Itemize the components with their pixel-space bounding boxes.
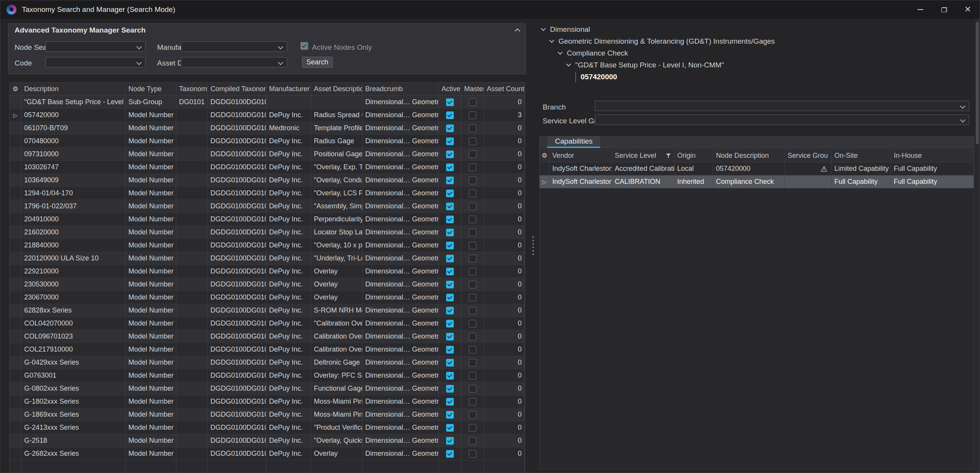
master-checkbox[interactable]: [469, 450, 476, 458]
master-checkbox[interactable]: [469, 372, 476, 380]
service-level-group-combobox[interactable]: [595, 115, 969, 125]
chevron-down-icon[interactable]: [549, 38, 554, 43]
table-row[interactable]: 62828xx SeriesModel NumberDGDG0100DG0101…: [10, 304, 525, 317]
column-header[interactable]: Breadcrumb: [363, 83, 439, 95]
active-checkbox[interactable]: [446, 281, 454, 288]
table-row[interactable]: 230670000Model NumberDGDG0100DG0101DePuy…: [10, 291, 525, 304]
column-header[interactable]: Node Type: [126, 83, 176, 95]
master-checkbox[interactable]: [469, 242, 476, 249]
active-checkbox[interactable]: [446, 164, 454, 171]
column-header[interactable]: In-House: [891, 149, 974, 162]
active-checkbox[interactable]: [446, 111, 454, 119]
chevron-down-icon[interactable]: [558, 50, 563, 55]
collapse-chevron-icon[interactable]: [515, 28, 520, 34]
table-row[interactable]: COL217910000Model NumberDGDG0100DG0101De…: [10, 343, 525, 356]
master-checkbox[interactable]: [469, 203, 476, 210]
table-row[interactable]: 216020000Model NumberDGDG0100DG0101DePuy…: [10, 226, 525, 239]
column-header[interactable]: Asset Count: [484, 83, 525, 95]
table-row[interactable]: 103649009Model NumberDGDG0100DG0101DePuy…: [10, 174, 525, 187]
active-checkbox[interactable]: [446, 255, 454, 262]
column-header[interactable]: Taxonomy: [176, 83, 208, 95]
table-row[interactable]: 061070-B/T09Model NumberDGDG0100DG0101Me…: [10, 122, 525, 135]
active-checkbox[interactable]: [446, 346, 454, 354]
node-search-combobox[interactable]: [46, 41, 146, 52]
tree-node[interactable]: "GD&T Base Setup Price - Level I, Non-CM…: [539, 59, 970, 71]
tree-node[interactable]: Dimensional: [539, 23, 970, 35]
asset-desc-combobox[interactable]: [181, 57, 287, 67]
capability-row[interactable]: ▷IndySoft CharlestonCALIBRATIONInherited…: [540, 175, 974, 188]
chevron-down-icon[interactable]: [566, 62, 571, 67]
restore-button[interactable]: [932, 0, 956, 19]
minimize-button[interactable]: [908, 0, 932, 19]
table-row[interactable]: G-0802xxx SeriesModel NumberDGDG0100DG01…: [10, 382, 525, 395]
table-row[interactable]: G-2518Model NumberDGDG0100DG0101DePuy In…: [10, 434, 525, 447]
master-checkbox[interactable]: [469, 164, 476, 171]
pane-splitter[interactable]: [531, 19, 535, 473]
filter-icon[interactable]: [666, 153, 671, 158]
table-row[interactable]: G-0429xxx SeriesModel NumberDGDG0100DG01…: [10, 356, 525, 369]
active-checkbox[interactable]: [446, 151, 454, 158]
master-checkbox[interactable]: [469, 229, 476, 236]
table-row[interactable]: 070480000Model NumberDGDG0100DG0101DePuy…: [10, 135, 525, 148]
tab-capabilities[interactable]: Capabilities: [547, 136, 600, 148]
column-header[interactable]: Asset Description: [311, 83, 363, 95]
active-checkbox[interactable]: [446, 124, 454, 132]
master-checkbox[interactable]: [469, 346, 476, 354]
column-chooser-button[interactable]: ⚙: [10, 83, 21, 95]
tree-node[interactable]: Geometric Dimensioning & Tolerancing (GD…: [539, 35, 970, 47]
master-checkbox[interactable]: [469, 294, 476, 301]
active-checkbox[interactable]: [446, 216, 454, 223]
active-checkbox[interactable]: [446, 320, 454, 327]
active-checkbox[interactable]: [446, 437, 454, 445]
column-header[interactable]: Service Grou: [785, 149, 832, 162]
table-row[interactable]: 204910000Model NumberDGDG0100DG0101DePuy…: [10, 213, 525, 226]
active-checkbox[interactable]: [446, 203, 454, 210]
table-row[interactable]: G-1802xxx SeriesModel NumberDGDG0100DG01…: [10, 395, 525, 408]
active-checkbox[interactable]: [446, 242, 454, 249]
table-row[interactable]: 1294-01/04-170Model NumberDGDG0100DG0101…: [10, 187, 525, 200]
active-checkbox[interactable]: [446, 372, 454, 380]
column-header[interactable]: Master: [461, 83, 484, 95]
table-row[interactable]: G-2413xxx SeriesModel NumberDGDG0100DG01…: [10, 421, 525, 434]
column-header[interactable]: Service Level: [612, 149, 675, 162]
code-combobox[interactable]: [46, 57, 146, 67]
column-chooser-button[interactable]: ⚙: [540, 149, 550, 162]
table-row[interactable]: 230530000Model NumberDGDG0100DG0101DePuy…: [10, 278, 525, 291]
master-checkbox[interactable]: [469, 359, 476, 367]
master-checkbox[interactable]: [469, 281, 476, 288]
active-checkbox[interactable]: [446, 385, 454, 393]
active-checkbox[interactable]: [446, 190, 454, 197]
scrollbar-thumb[interactable]: [976, 22, 979, 144]
chevron-down-icon[interactable]: [541, 26, 546, 31]
master-checkbox[interactable]: [469, 137, 476, 145]
master-checkbox[interactable]: [469, 411, 476, 419]
master-checkbox[interactable]: [469, 398, 476, 406]
table-row[interactable]: 218840000Model NumberDGDG0100DG0101DePuy…: [10, 239, 525, 252]
master-checkbox[interactable]: [469, 255, 476, 262]
master-checkbox[interactable]: [469, 385, 476, 393]
column-header[interactable]: On-Site: [832, 149, 891, 162]
table-row[interactable]: ▷057420000Model NumberDGDG0100DG0101DePu…: [10, 109, 525, 122]
active-nodes-only-checkbox[interactable]: [300, 42, 308, 50]
search-button[interactable]: Search: [302, 57, 333, 68]
master-checkbox[interactable]: [469, 437, 476, 445]
capability-row[interactable]: IndySoft CharlestonAccredited Calibratio…: [540, 162, 974, 175]
search-panel-header[interactable]: Advanced Taxonomy Manager Search: [8, 24, 525, 36]
master-checkbox[interactable]: [469, 320, 476, 327]
master-checkbox[interactable]: [469, 268, 476, 275]
close-button[interactable]: ×: [956, 0, 980, 19]
master-checkbox[interactable]: [469, 216, 476, 223]
branch-combobox[interactable]: [595, 101, 969, 111]
column-header[interactable]: Origin: [675, 149, 713, 162]
column-header[interactable]: Vendor: [550, 149, 612, 162]
active-checkbox[interactable]: [446, 450, 454, 458]
table-row[interactable]: G-2682xxx SeriesModel NumberDGDG0100DG01…: [10, 447, 525, 460]
table-row[interactable]: 1796-01-022/037Model NumberDGDG0100DG010…: [10, 200, 525, 213]
table-row[interactable]: 229210000Model NumberDGDG0100DG0101DePuy…: [10, 265, 525, 278]
table-row[interactable]: 103026747Model NumberDGDG0100DG0101DePuy…: [10, 161, 525, 174]
column-header[interactable]: Manufacturer: [266, 83, 311, 95]
column-header[interactable]: Node Description: [713, 149, 785, 162]
master-checkbox[interactable]: [469, 307, 476, 314]
master-checkbox[interactable]: [469, 151, 476, 158]
table-row[interactable]: 097310000Model NumberDGDG0100DG0101DePuy…: [10, 148, 525, 161]
